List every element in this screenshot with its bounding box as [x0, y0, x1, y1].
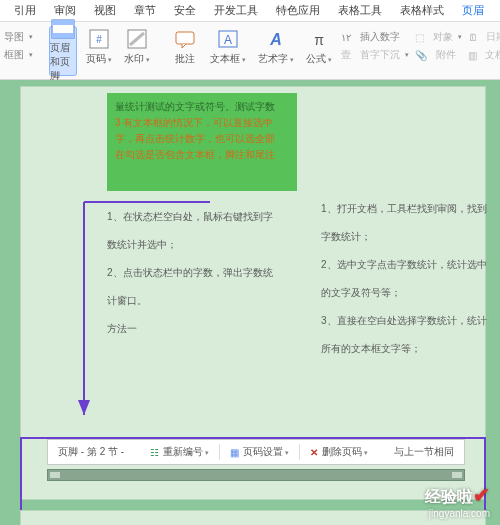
page-setup-button[interactable]: ▦页码设置: [220, 440, 299, 464]
footer-toolbar: 页脚 - 第 2 节 - ☷重新编号 ▦页码设置 ✕删除页码 与上一节相同: [47, 439, 465, 465]
watermark-icon: [124, 28, 150, 50]
page-number-button[interactable]: # 页码: [83, 26, 115, 68]
horizontal-scrollbar[interactable]: [47, 469, 465, 481]
watermark-label: 水印: [124, 52, 150, 66]
body-left-column[interactable]: 1、在状态栏空白处，鼠标右键找到字 数统计并选中； 2、点击状态栏中的字数，弹出…: [107, 207, 297, 347]
datetime-button[interactable]: 🗓 日期: [468, 30, 500, 44]
page-1[interactable]: 量统计测试的文字或符号。测试字数 3 有文本框的情况下，可以直接选中 字，再点击…: [20, 86, 486, 500]
tab-devtools[interactable]: 开发工具: [214, 3, 258, 18]
annotate-icon: [172, 28, 198, 50]
ribbon-left-stack: 导图 框图: [4, 26, 33, 62]
tab-review[interactable]: 审阅: [54, 3, 76, 18]
tab-chapter[interactable]: 章节: [134, 3, 156, 18]
insert-number-button[interactable]: ١٢ 插入数字: [341, 30, 409, 44]
para: 2、选中文字点击字数统计，统计选中: [321, 255, 491, 275]
wordart-label: 艺术字: [258, 52, 294, 66]
textbox-button[interactable]: A 文本框: [207, 26, 249, 68]
header-footer-button[interactable]: 页眉和页脚: [49, 26, 77, 76]
document-canvas[interactable]: 量统计测试的文字或符号。测试字数 3 有文本框的情况下，可以直接选中 字，再点击…: [0, 80, 500, 525]
tab-reference[interactable]: 引用: [14, 3, 36, 18]
object-button[interactable]: ⬚ 对象: [415, 30, 462, 44]
ribbon-right-stack: ١٢ 插入数字 壹 首字下沉: [341, 26, 409, 62]
para: 方法一: [107, 319, 297, 339]
selected-text-block[interactable]: 量统计测试的文字或符号。测试字数 3 有文本框的情况下，可以直接选中 字，再点击…: [107, 93, 297, 191]
para: 的文字及符号等；: [321, 283, 491, 303]
para: 数统计并选中；: [107, 235, 297, 255]
renumber-button[interactable]: ☷重新编号: [140, 440, 219, 464]
para: 1、在状态栏空白处，鼠标右键找到字: [107, 207, 297, 227]
svg-text:π: π: [314, 32, 324, 48]
formula-icon: π: [306, 28, 332, 50]
formula-label: 公式: [306, 52, 332, 66]
ribbon: 导图 框图 页眉和页脚 # 页码 水印 批注 A 文本框 A: [0, 22, 500, 80]
para: 2、点击状态栏中的字数，弹出字数统: [107, 263, 297, 283]
frame-map-button[interactable]: 框图: [4, 48, 33, 62]
calendar-icon: 🗓: [468, 32, 478, 43]
gear-icon: ▦: [230, 447, 239, 458]
annotate-button[interactable]: 批注: [169, 26, 201, 68]
svg-text:A: A: [269, 31, 282, 48]
attach-button[interactable]: 📎 附件: [415, 48, 462, 62]
dropcap-icon: 壹: [341, 48, 351, 62]
page-number-icon: #: [86, 28, 112, 50]
renumber-icon: ☷: [150, 447, 159, 458]
header-footer-icon: [50, 19, 76, 39]
svg-rect-1: [52, 20, 74, 25]
ribbon-right-stack3: 🗓 日期 ▥ 文档部: [468, 26, 500, 62]
ribbon-right-stack2: ⬚ 对象 📎 附件: [415, 26, 462, 62]
textbox-label: 文本框: [210, 52, 246, 66]
sel-line: 3 有文本框的情况下，可以直接选中: [115, 115, 289, 131]
object-icon: ⬚: [415, 32, 424, 43]
body-right-column[interactable]: 1、打开文档，工具栏找到审阅，找到 字数统计； 2、选中文字点击字数统计，统计选…: [321, 199, 491, 367]
insert-number-icon: ١٢: [341, 32, 351, 43]
delete-page-number-button[interactable]: ✕删除页码: [300, 440, 378, 464]
tab-table-tools[interactable]: 表格工具: [338, 3, 382, 18]
svg-rect-7: [176, 32, 194, 44]
svg-text:#: #: [96, 34, 102, 45]
para: 计窗口。: [107, 291, 297, 311]
formula-button[interactable]: π 公式: [303, 26, 335, 68]
para: 字数统计；: [321, 227, 491, 247]
page-number-label: 页码: [86, 52, 112, 66]
tab-view[interactable]: 视图: [94, 3, 116, 18]
tab-special[interactable]: 特色应用: [276, 3, 320, 18]
para: 1、打开文档，工具栏找到审阅，找到: [321, 199, 491, 219]
header-footer-label: 页眉和页脚: [50, 41, 76, 83]
docparts-icon: ▥: [468, 50, 477, 61]
tab-header[interactable]: 页眉: [462, 3, 484, 18]
textbox-icon: A: [215, 28, 241, 50]
paperclip-icon: 📎: [415, 50, 427, 61]
svg-text:A: A: [224, 33, 232, 47]
sel-line: 字，再点击统计数字，也可以选全部: [115, 131, 289, 147]
docparts-button[interactable]: ▥ 文档部: [468, 48, 500, 62]
footer-section-label: 页脚 - 第 2 节 -: [48, 440, 134, 464]
para: 3、直接在空白处选择字数统计，统计: [321, 311, 491, 331]
sel-line: 量统计测试的文字或符号。测试字数: [115, 99, 289, 115]
para: 所有的文本框文字等；: [321, 339, 491, 359]
annotate-label: 批注: [175, 52, 195, 66]
close-icon: ✕: [310, 447, 318, 458]
wordart-button[interactable]: A 艺术字: [255, 26, 297, 68]
page-2[interactable]: [20, 510, 486, 525]
watermark-button[interactable]: 水印: [121, 26, 153, 68]
footer-area: 页脚 - 第 2 节 - ☷重新编号 ▦页码设置 ✕删除页码 与上一节相同: [47, 439, 465, 481]
svg-rect-2: [52, 33, 74, 38]
wordart-icon: A: [263, 28, 289, 50]
tab-security[interactable]: 安全: [174, 3, 196, 18]
sel-line: 在勾选是否包含文本框，脚注和尾注: [115, 147, 289, 163]
same-as-previous-button[interactable]: 与上一节相同: [384, 440, 464, 464]
tab-table-style[interactable]: 表格样式: [400, 3, 444, 18]
nav-map-button[interactable]: 导图: [4, 30, 33, 44]
dropcap-button[interactable]: 壹 首字下沉: [341, 48, 409, 62]
